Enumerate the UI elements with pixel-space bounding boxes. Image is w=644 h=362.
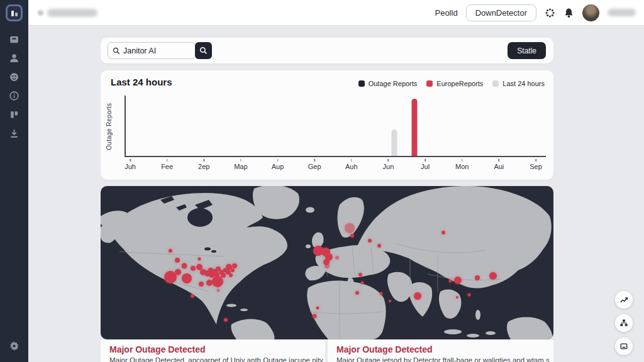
x-tick-mark [462, 159, 463, 162]
legend-item: Outage Reports [358, 80, 418, 87]
sitemap-fab-button[interactable] [615, 314, 633, 332]
outage-dot [226, 264, 232, 270]
x-tick-mark [314, 159, 315, 162]
alert-description: Major Outage Detected. apcoarpet of Uniy… [109, 356, 316, 362]
x-tick-label: Map [234, 163, 247, 170]
outage-alert-card[interactable]: Major Outage Detected Major Outage ietso… [328, 340, 553, 362]
outage-dot [229, 273, 233, 277]
user-avatar[interactable] [582, 4, 599, 21]
outage-dot [191, 294, 194, 298]
search-query-text: Janitor AI [123, 47, 156, 55]
x-tick-label: Juh [125, 163, 136, 170]
settings-gear-icon[interactable] [9, 341, 19, 351]
outage-dot [191, 266, 196, 271]
status-button[interactable]: Statle [508, 42, 546, 59]
outage-dot [377, 244, 381, 248]
outage-dot [361, 282, 364, 285]
legend-item: Last 24 hours [492, 80, 545, 87]
outage-dot [335, 256, 339, 260]
search-panel: Janitor AI Statle [101, 38, 553, 63]
x-tick-label: Aui [494, 163, 504, 170]
outage-dot [232, 263, 237, 268]
inbox-icon[interactable] [9, 34, 19, 45]
trend-icon [619, 295, 628, 304]
outage-dot [449, 280, 452, 283]
topbar: Peolld DownDetector [28, 0, 644, 26]
outage-dot [441, 231, 445, 234]
alert-title: Major Outage Detected [109, 344, 316, 354]
outage-world-map[interactable] [101, 186, 553, 339]
outage-dot [468, 293, 471, 297]
x-tick-mark [167, 159, 168, 162]
legend-item: EuropeReports [426, 80, 483, 87]
outage-dot [414, 292, 421, 300]
trend-chart-fab-button[interactable] [615, 291, 633, 309]
outage-dot [325, 263, 330, 268]
outage-dot [389, 300, 391, 302]
search-input[interactable]: Janitor AI [108, 42, 196, 59]
x-tick-label: Auh [345, 163, 358, 170]
globe-face-icon[interactable] [9, 72, 19, 82]
search-icon [113, 47, 120, 55]
outage-dot [489, 272, 497, 280]
username-redacted [608, 9, 636, 16]
x-tick-mark [535, 159, 536, 162]
outage-dot [358, 273, 362, 277]
x-tick-label: Jun [383, 163, 394, 170]
app-logo-icon[interactable] [6, 4, 23, 21]
downdetector-button[interactable]: DownDetector [466, 4, 536, 21]
download-icon[interactable] [9, 128, 19, 139]
x-tick-mark [240, 159, 242, 162]
x-tick-mark [351, 159, 352, 162]
x-tick-mark [204, 159, 205, 162]
x-tick-label: Fee [161, 163, 173, 170]
x-axis-ticks [130, 159, 536, 162]
y-axis-label: Outage Reports [106, 96, 113, 157]
outage-dot [456, 296, 458, 299]
window-card-fab-button[interactable] [615, 337, 633, 355]
x-tick-label: Sep [530, 163, 542, 170]
apps-grid-icon[interactable] [545, 8, 555, 18]
sidebar [0, 0, 28, 362]
search-icon [199, 47, 208, 55]
info-icon[interactable] [9, 90, 19, 101]
legend-swatch [426, 80, 433, 87]
outage-dot [182, 273, 192, 283]
x-tick-mark [277, 159, 279, 162]
sitemap-icon [619, 319, 628, 327]
chart-plot [125, 96, 546, 157]
legend-label: Outage Reports [369, 80, 418, 87]
search-submit-button[interactable] [195, 42, 212, 59]
x-tick-label: Gep [308, 163, 321, 170]
outage-dot [313, 314, 317, 319]
x-tick-label: 2ep [198, 163, 209, 170]
x-tick-mark [499, 159, 500, 162]
legend-label: EuropeReports [436, 80, 483, 87]
legend-swatch [492, 80, 499, 87]
x-tick-mark [130, 159, 131, 162]
topbar-search-redacted[interactable] [38, 9, 97, 17]
chart-legend: Outage ReportsEuropeReportsLast 24 hours [358, 80, 545, 87]
x-axis-labels: JuhFee2epMapAupGepAuhJunJulMonAuiSep [130, 163, 536, 172]
peolld-label[interactable]: Peolld [435, 8, 457, 18]
bell-icon[interactable] [564, 8, 574, 18]
outage-dot [350, 234, 354, 238]
x-tick-label: Mon [455, 163, 469, 170]
alert-description: Major Outage ietsod by Detector ftall-ha… [336, 356, 545, 362]
outage-dot [316, 307, 319, 310]
outage-dot [198, 258, 201, 261]
chart-bar [391, 129, 397, 156]
chart-title: Last 24 hours [111, 77, 172, 87]
user-icon[interactable] [9, 53, 19, 63]
redacted-text [47, 9, 97, 17]
outage-dot [368, 239, 372, 243]
outage-dot [182, 263, 187, 269]
redacted-icon [38, 10, 43, 16]
outage-dot [164, 271, 177, 283]
outage-alert-card[interactable]: Major Outage Detected Major Outage Detec… [101, 340, 325, 362]
kanban-flag-icon[interactable] [9, 109, 19, 120]
outage-dot [206, 280, 213, 286]
legend-label: Last 24 hours [502, 80, 545, 87]
outage-dot [475, 275, 480, 280]
outage-dot [454, 277, 462, 284]
